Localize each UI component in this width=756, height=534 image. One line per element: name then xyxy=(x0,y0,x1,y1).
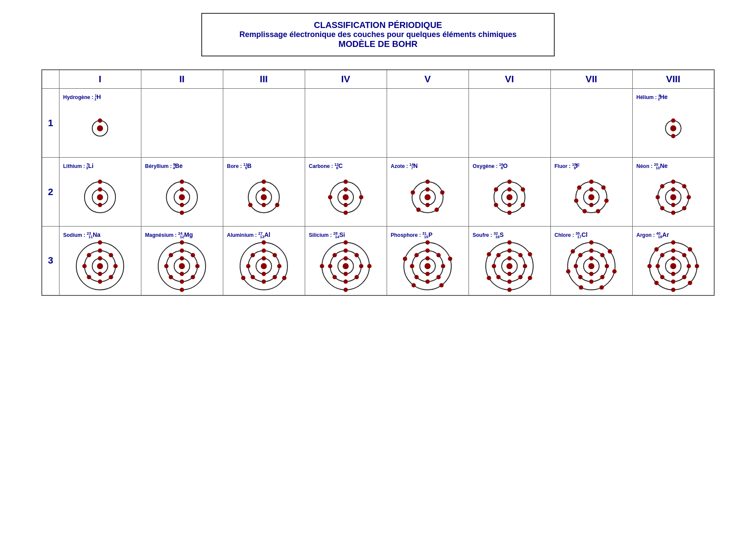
atom-diagram-O xyxy=(471,171,548,223)
svg-point-214 xyxy=(671,272,675,276)
svg-point-142 xyxy=(333,275,337,279)
element-label-N: Azote : 147N xyxy=(389,161,466,171)
svg-point-31 xyxy=(344,187,348,192)
svg-point-105 xyxy=(191,253,195,257)
svg-point-154 xyxy=(425,272,430,276)
svg-point-51 xyxy=(507,203,512,207)
svg-point-167 xyxy=(403,257,407,261)
svg-point-1 xyxy=(97,125,103,131)
atom-diagram-Si xyxy=(307,240,384,292)
svg-point-104 xyxy=(180,248,184,253)
element-cell-row2-col8: Néon : 2010Ne xyxy=(632,158,714,227)
svg-point-162 xyxy=(415,253,419,257)
svg-point-64 xyxy=(601,186,606,190)
svg-point-183 xyxy=(528,252,532,256)
svg-point-27 xyxy=(248,203,253,207)
svg-point-182 xyxy=(507,240,512,245)
svg-point-74 xyxy=(671,203,675,207)
svg-point-139 xyxy=(359,264,363,268)
element-cell-row1-col6 xyxy=(469,89,550,158)
svg-point-53 xyxy=(521,187,525,192)
svg-point-220 xyxy=(660,275,664,279)
svg-point-65 xyxy=(604,199,609,203)
svg-point-129 xyxy=(282,276,287,280)
svg-point-44 xyxy=(434,208,439,212)
svg-point-19 xyxy=(180,211,184,215)
svg-point-171 xyxy=(506,263,512,269)
svg-point-202 xyxy=(589,240,594,245)
col-header-II: II xyxy=(141,70,223,89)
svg-point-213 xyxy=(671,256,675,261)
atom-diagram-H xyxy=(62,102,139,154)
svg-point-195 xyxy=(600,253,605,257)
svg-point-66 xyxy=(596,209,600,213)
svg-point-11 xyxy=(98,203,102,207)
svg-point-90 xyxy=(109,253,113,257)
svg-point-24 xyxy=(262,203,266,207)
row-header-2: 2 xyxy=(42,158,59,227)
svg-point-12 xyxy=(98,180,102,184)
svg-point-224 xyxy=(688,247,692,251)
col-header-VI: VI xyxy=(469,70,550,89)
svg-point-23 xyxy=(262,187,266,192)
element-cell-row1-col4 xyxy=(305,89,387,158)
svg-point-223 xyxy=(671,240,675,245)
svg-point-39 xyxy=(425,194,431,200)
svg-point-107 xyxy=(191,275,195,279)
svg-point-228 xyxy=(654,281,659,285)
svg-point-57 xyxy=(494,187,498,192)
svg-point-219 xyxy=(671,279,675,284)
svg-point-179 xyxy=(497,275,501,279)
svg-point-108 xyxy=(180,279,184,284)
svg-point-164 xyxy=(448,257,452,261)
element-cell-row2-col2: Béryllium : 94Be xyxy=(141,158,223,227)
title-line2: Remplissage électronique des couches pou… xyxy=(219,30,537,39)
svg-point-186 xyxy=(487,276,491,280)
svg-point-160 xyxy=(415,275,419,279)
corner-header xyxy=(42,70,59,89)
svg-point-93 xyxy=(98,279,102,284)
svg-point-103 xyxy=(180,272,184,276)
svg-point-72 xyxy=(670,194,676,200)
svg-point-6 xyxy=(671,134,675,138)
element-cell-row3-col8: Argon : 4018Ar xyxy=(632,227,714,295)
element-cell-row2-col4: Carbone : 126C xyxy=(305,158,387,227)
svg-point-205 xyxy=(600,285,604,289)
atom-diagram-Cl xyxy=(553,240,630,292)
element-cell-row1-col5 xyxy=(387,89,469,158)
svg-point-127 xyxy=(251,253,255,257)
svg-point-196 xyxy=(605,264,609,268)
svg-point-35 xyxy=(344,211,348,215)
svg-point-215 xyxy=(671,248,675,253)
element-label-Ne: Néon : 2010Ne xyxy=(635,161,712,171)
svg-point-206 xyxy=(579,285,583,289)
svg-point-110 xyxy=(164,264,169,268)
element-cell-row1-col7 xyxy=(550,89,632,158)
svg-point-43 xyxy=(440,190,444,195)
svg-point-118 xyxy=(262,256,266,261)
atom-diagram-B xyxy=(225,171,303,223)
svg-point-30 xyxy=(343,194,349,200)
svg-point-111 xyxy=(169,253,173,257)
svg-point-10 xyxy=(98,187,102,192)
svg-point-197 xyxy=(600,275,605,279)
svg-point-229 xyxy=(647,264,652,268)
svg-point-176 xyxy=(523,264,527,268)
title-line3: MODÈLE DE BOHR xyxy=(219,39,537,49)
svg-point-33 xyxy=(344,180,348,184)
atom-diagram-Mg xyxy=(144,240,221,292)
svg-point-147 xyxy=(344,288,348,292)
svg-point-67 xyxy=(582,209,587,213)
svg-point-22 xyxy=(261,194,267,200)
svg-point-63 xyxy=(589,180,594,184)
svg-point-208 xyxy=(571,249,575,254)
svg-point-34 xyxy=(359,195,363,199)
svg-point-40 xyxy=(425,187,430,192)
element-cell-row3-col2: Magnésium : 2412Mg xyxy=(141,227,223,295)
element-label-He: Hélium : 42He xyxy=(635,92,712,102)
svg-point-144 xyxy=(333,253,337,257)
element-cell-row1-col2 xyxy=(141,89,223,158)
element-cell-row3-col4: Silicium : 2814Si xyxy=(305,227,387,295)
svg-point-80 xyxy=(660,206,664,211)
svg-point-9 xyxy=(97,194,103,200)
